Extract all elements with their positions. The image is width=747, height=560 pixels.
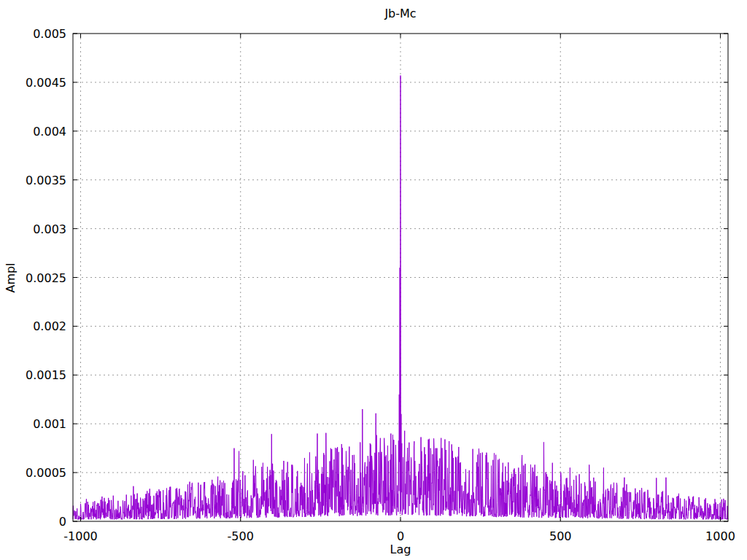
x-tick-label: -500 bbox=[228, 529, 254, 543]
y-tick-label: 0.004 bbox=[33, 125, 66, 139]
chart-title: Jb-Mc bbox=[384, 7, 416, 20]
correlation-chart: -1000-5000500100000.00050.0010.00150.002… bbox=[0, 0, 747, 560]
y-tick-label: 0.0045 bbox=[26, 76, 66, 90]
y-tick-label: 0 bbox=[59, 515, 66, 529]
y-axis-label: Ampl bbox=[4, 262, 18, 292]
y-tick-label: 0.002 bbox=[33, 319, 66, 333]
plot-window: -1000-5000500100000.00050.0010.00150.002… bbox=[0, 0, 747, 560]
y-tick-label: 0.001 bbox=[33, 417, 66, 431]
y-tick-label: 0.003 bbox=[33, 222, 66, 236]
y-tick-label: 0.005 bbox=[33, 27, 66, 41]
x-tick-label: 1000 bbox=[705, 529, 735, 543]
x-axis-label: Lag bbox=[390, 542, 411, 556]
x-tick-label: 500 bbox=[549, 529, 572, 543]
x-tick-label: 0 bbox=[397, 529, 404, 543]
data-series bbox=[73, 76, 728, 520]
correlation-series-line bbox=[73, 76, 728, 520]
x-tick-label: -1000 bbox=[63, 529, 98, 543]
y-tick-label: 0.0025 bbox=[26, 271, 66, 285]
y-tick-label: 0.0015 bbox=[26, 368, 66, 382]
y-tick-label: 0.0005 bbox=[26, 466, 66, 480]
y-tick-label: 0.0035 bbox=[26, 174, 66, 187]
